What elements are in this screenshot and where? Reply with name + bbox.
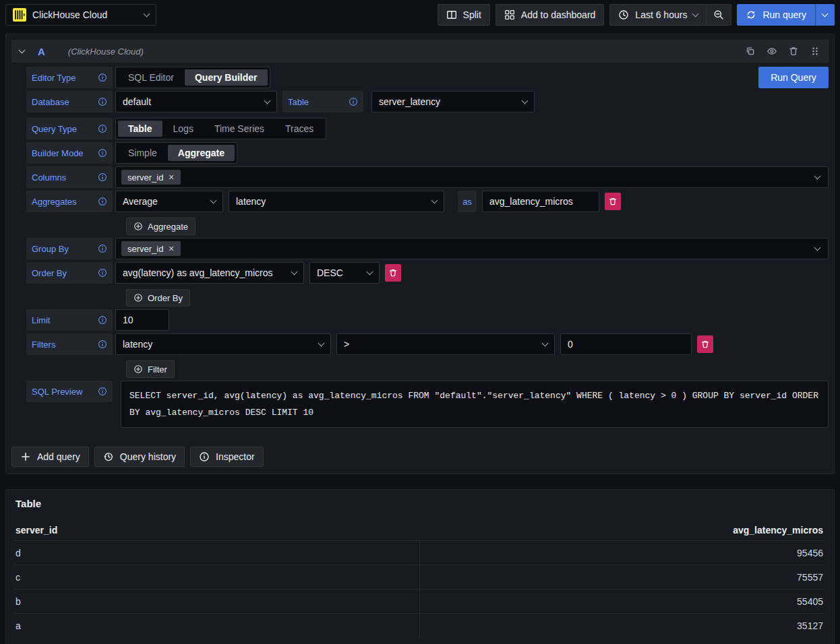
cell-avg-latency: 95456 xyxy=(419,541,827,565)
aggregate-function-select[interactable]: Average xyxy=(115,191,223,212)
info-icon xyxy=(98,197,107,206)
query-row-header[interactable]: A (ClickHouse Cloud) xyxy=(11,40,829,63)
info-icon xyxy=(98,148,107,158)
row-filters: Filters latency > xyxy=(26,333,829,355)
aggregate-alias-input[interactable] xyxy=(482,191,599,212)
table-row[interactable]: c 75557 xyxy=(14,565,826,589)
field-label-aggregates: Aggregates xyxy=(26,191,113,212)
duplicate-icon[interactable] xyxy=(745,46,756,57)
info-icon xyxy=(98,124,107,133)
split-icon xyxy=(446,9,457,20)
run-query-inline-button[interactable]: Run Query xyxy=(758,67,829,88)
filter-value-input[interactable] xyxy=(560,333,692,355)
query-type-option-time-series[interactable]: Time Series xyxy=(204,121,274,137)
info-icon xyxy=(98,340,107,349)
chevron-down-icon xyxy=(318,340,325,346)
results-table: server_id avg_latency_micros d 95456 c 7… xyxy=(14,520,826,637)
cell-server-id: c xyxy=(14,565,419,589)
remove-aggregate-button[interactable] xyxy=(605,193,621,210)
table-row[interactable]: b 55405 xyxy=(14,589,826,613)
add-to-dashboard-button[interactable]: Add to dashboard xyxy=(496,4,605,26)
plus-circle-icon xyxy=(133,364,143,374)
query-type-option-traces[interactable]: Traces xyxy=(275,121,324,137)
row-order-by: Order By avg(latency) as avg_latency_mic… xyxy=(26,262,829,284)
add-query-button[interactable]: Add query xyxy=(11,447,89,467)
query-type-option-table[interactable]: Table xyxy=(118,121,162,137)
query-datasource-hint: (ClickHouse Cloud) xyxy=(68,46,144,57)
clock-icon xyxy=(618,9,629,20)
chevron-down-icon xyxy=(210,197,217,203)
run-query-dropdown-button[interactable] xyxy=(815,4,835,26)
chevron-down-icon xyxy=(822,10,829,17)
field-label-columns: Columns xyxy=(26,166,113,188)
remove-filter-button[interactable] xyxy=(697,335,713,353)
drag-handle-icon[interactable] xyxy=(810,46,820,57)
chevron-down-icon xyxy=(144,10,150,17)
builder-mode-option-simple[interactable]: Simple xyxy=(118,145,167,161)
table-row[interactable]: d 95456 xyxy=(14,540,826,565)
group-by-multiselect[interactable]: server_id xyxy=(115,238,829,259)
row-add-order-by: Order By xyxy=(126,289,829,307)
trash-icon xyxy=(608,197,618,206)
database-select[interactable]: default xyxy=(115,91,277,112)
trash-icon[interactable] xyxy=(788,46,799,57)
filter-field-select[interactable]: latency xyxy=(115,333,331,355)
chevron-down-icon xyxy=(367,268,373,275)
add-aggregate-button[interactable]: Aggregate xyxy=(126,218,196,235)
column-header-avg-latency-micros[interactable]: avg_latency_micros xyxy=(419,525,826,536)
order-by-direction-select[interactable]: DESC xyxy=(309,262,380,284)
row-columns: Columns server_id xyxy=(26,166,829,188)
chevron-down-icon xyxy=(814,244,821,251)
collapse-chevron-icon[interactable] xyxy=(19,46,26,53)
info-icon xyxy=(98,315,107,325)
inspector-button[interactable]: Inspector xyxy=(190,447,264,467)
remove-icon[interactable] xyxy=(168,174,174,181)
row-add-filter: Filter xyxy=(126,360,829,378)
query-type-option-logs[interactable]: Logs xyxy=(163,121,204,137)
table-row[interactable]: a 35127 xyxy=(14,613,826,637)
column-header-server-id[interactable]: server_id xyxy=(14,525,419,536)
info-icon xyxy=(98,97,107,106)
builder-mode-option-aggregate[interactable]: Aggregate xyxy=(168,145,235,161)
builder-mode-radio-group: Simple Aggregate xyxy=(115,142,237,164)
trash-icon xyxy=(700,340,710,349)
zoom-out-icon xyxy=(713,9,724,20)
table-header-row: server_id avg_latency_micros xyxy=(14,520,826,540)
field-label-group-by: Group By xyxy=(26,238,113,259)
limit-input[interactable] xyxy=(115,309,169,331)
columns-multiselect[interactable]: server_id xyxy=(115,166,829,188)
field-label-filters: Filters xyxy=(26,333,113,355)
zoom-out-button[interactable] xyxy=(707,4,731,26)
refresh-icon xyxy=(746,9,756,20)
cell-avg-latency: 35127 xyxy=(419,614,827,637)
query-history-button[interactable]: Query history xyxy=(94,447,185,467)
row-query-type: Query Type Table Logs Time Series Traces xyxy=(26,118,829,139)
remove-icon[interactable] xyxy=(168,245,174,253)
sql-preview-code: SELECT server_id, avg(latency) as avg_la… xyxy=(121,381,829,428)
panel-title: Table xyxy=(16,498,826,509)
order-by-field-select[interactable]: avg(latency) as avg_latency_micros xyxy=(115,262,304,284)
aggregate-column-select[interactable]: latency xyxy=(229,191,444,212)
remove-order-by-button[interactable] xyxy=(385,264,401,282)
add-filter-button[interactable]: Filter xyxy=(126,360,175,378)
table-select[interactable]: server_latency xyxy=(371,91,535,112)
editor-type-option-sql-editor[interactable]: SQL Editor xyxy=(118,69,184,86)
row-editor-type: Editor Type SQL Editor Query Builder Run… xyxy=(26,67,829,88)
row-add-aggregate: Aggregate xyxy=(126,218,829,235)
run-query-label: Run query xyxy=(762,9,806,20)
editor-type-option-query-builder[interactable]: Query Builder xyxy=(185,69,268,86)
selected-column-chip[interactable]: server_id xyxy=(121,170,181,185)
add-order-by-button[interactable]: Order By xyxy=(126,289,190,307)
filter-operator-select[interactable]: > xyxy=(336,333,555,355)
datasource-picker[interactable]: ClickHouse Cloud xyxy=(5,4,156,26)
field-label-order-by: Order By xyxy=(26,262,113,284)
info-icon xyxy=(98,244,107,253)
run-query-button[interactable]: Run query xyxy=(737,4,815,26)
row-sql-preview: SQL Preview SELECT server_id, avg(latenc… xyxy=(26,381,829,428)
info-circle-icon xyxy=(199,451,210,462)
split-button[interactable]: Split xyxy=(438,4,490,26)
explore-toolbar: ClickHouse Cloud Split xyxy=(0,0,840,30)
selected-group-by-chip[interactable]: server_id xyxy=(121,241,181,256)
eye-icon[interactable] xyxy=(767,46,777,57)
time-range-button[interactable]: Last 6 hours xyxy=(609,4,707,26)
